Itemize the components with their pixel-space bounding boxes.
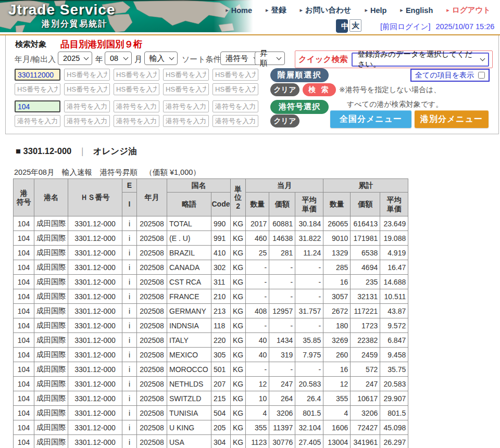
table-cell: 3301.12-000 [68, 216, 122, 231]
table-cell: - [269, 289, 295, 304]
quick-search-box: クイック検索 登録済みのデータを選択してください。 [295, 50, 493, 68]
year-select[interactable]: 2025 [58, 52, 92, 65]
table-cell: i [122, 406, 137, 420]
table-cell: TOTAL [167, 216, 211, 231]
table-row: 104成田国際3301.12-000i202508TOTAL990KG20176… [14, 216, 408, 231]
hs-input-6[interactable] [15, 83, 60, 95]
table-row: 104成田国際3301.12-000i202508(E . U)991KG460… [14, 231, 408, 246]
table-cell: (E . U) [167, 231, 211, 246]
hs-input-3[interactable] [114, 69, 159, 81]
hs-input-9[interactable] [163, 83, 209, 95]
port-input-6[interactable] [15, 115, 60, 127]
table-cell: 311 [211, 275, 231, 289]
nav-home[interactable]: ▸Home [226, 5, 252, 15]
show-all-items-toggle[interactable]: 全ての項目を表示 [410, 69, 490, 82]
hs-input-7[interactable] [64, 83, 110, 95]
sort-order-select[interactable]: 昇順 [255, 52, 285, 65]
port-input-8[interactable] [114, 115, 159, 127]
hs-input-2[interactable] [64, 69, 110, 81]
nav-help[interactable]: ▸Help [365, 5, 386, 15]
table-cell: 27.405 [295, 435, 323, 448]
table-cell: 成田国際 [34, 391, 68, 406]
nav-english[interactable]: ▸English [400, 5, 433, 15]
port-input-3[interactable] [114, 100, 159, 112]
font-size-switch: 小 中 大 [336, 19, 361, 32]
port-code-select-button[interactable]: 港符号選択 [270, 100, 329, 114]
table-cell: 4.919 [380, 246, 408, 260]
table-cell: 4 [246, 406, 269, 420]
table-cell: 11.24 [295, 246, 323, 260]
table-cell: 3206 [269, 406, 295, 420]
show-all-items-checkbox[interactable] [478, 72, 485, 79]
quick-search-label: クイック検索 [298, 54, 347, 65]
table-row: 104成田国際3301.12-000i202508FRANCE210KG---3… [14, 289, 408, 304]
table-cell: 215 [211, 391, 231, 406]
table-cell: 260 [323, 348, 351, 362]
col-header-country: 国名 [167, 179, 231, 193]
table-cell: 成田国際 [34, 275, 68, 289]
table-cell: i [122, 304, 137, 318]
quick-search-select[interactable]: 登録済みのデータを選択してください。 [352, 53, 489, 67]
port-input-4[interactable] [163, 100, 209, 112]
table-row: 104成田国際3301.12-000i202508TUNISIA504KG432… [14, 406, 408, 420]
port-input-9[interactable] [163, 115, 209, 127]
font-size-medium-button[interactable]: 中 [336, 19, 348, 33]
port-input-5[interactable] [213, 100, 258, 112]
table-row: 104成田国際3301.12-000i202508CST RCA311KG---… [14, 275, 408, 289]
port-clear-button[interactable]: クリア [270, 114, 299, 127]
table-cell: - [246, 362, 269, 377]
hs-input-5[interactable] [213, 69, 258, 81]
table-cell: TUNISIA [167, 406, 211, 420]
table-cell: 171981 [351, 231, 380, 246]
table-cell: i [122, 246, 137, 260]
nav-contact[interactable]: ▸お問い合わせ [300, 5, 352, 15]
nav-register[interactable]: ▸登録 [266, 5, 286, 15]
table-row: 104成田国際3301.12-000i202508GERMANY213KG408… [14, 304, 408, 318]
table-cell: - [295, 275, 323, 289]
table-cell: CST RCA [167, 275, 211, 289]
hierarchy-select-button[interactable]: 階層順選択 [270, 68, 329, 82]
direction-select[interactable]: 輸入 [144, 52, 178, 65]
hs-input-4[interactable] [163, 69, 209, 81]
hs-input-10[interactable] [213, 83, 258, 95]
table-cell: 285 [323, 260, 351, 275]
col-header-value-month: 価額 [269, 193, 295, 216]
table-cell: - [295, 260, 323, 275]
port-menu-button[interactable]: 港別分メニュー [415, 110, 489, 128]
national-menu-button[interactable]: 全国分メニュー [330, 110, 411, 128]
col-header-qty-month: 数量 [246, 193, 269, 216]
table-row: 104成田国際3301.12-000i202508NETHLDS207KG122… [14, 377, 408, 391]
table-cell: ITALY [167, 333, 211, 348]
search-target-value: 品目別港別国別９桁 [60, 38, 143, 50]
table-cell: 32131 [351, 289, 380, 304]
month-select[interactable]: 08 [105, 52, 132, 65]
table-cell: 104 [14, 318, 34, 333]
table-cell: 220 [211, 333, 231, 348]
table-cell: - [295, 289, 323, 304]
table-cell: 302 [211, 260, 231, 275]
last-login-label: [前回ログイン] [380, 22, 430, 31]
table-cell: 1329 [323, 246, 351, 260]
port-input-7[interactable] [64, 115, 110, 127]
table-cell: 16 [323, 362, 351, 377]
hs-clear-button[interactable]: クリア [270, 83, 299, 96]
top-header: Jtrade Service 港別分貿易統計 ▸Home ▸登録 ▸お問い合わせ… [0, 0, 500, 32]
hs-input-1[interactable] [15, 69, 60, 81]
port-input-2[interactable] [64, 100, 110, 112]
table-row: 104成田国際3301.12-000i202508U KING205KG3551… [14, 420, 408, 435]
port-input-1[interactable] [15, 100, 60, 112]
nav-logout[interactable]: ▸ログアウト [446, 5, 491, 15]
nav-arrow-icon: ▸ [300, 7, 303, 14]
table-cell: 210 [211, 289, 231, 304]
table-cell: 9.572 [380, 318, 408, 333]
search-button[interactable]: 検 索 [303, 83, 336, 96]
table-cell: 3301.12-000 [68, 348, 122, 362]
table-cell: 1723 [351, 318, 380, 333]
table-cell: 202508 [137, 362, 167, 377]
hs-input-8[interactable] [114, 83, 159, 95]
table-cell: CANADA [167, 260, 211, 275]
table-cell: 202508 [137, 304, 167, 318]
table-cell: KG [231, 420, 246, 435]
table-cell: 6.847 [380, 333, 408, 348]
port-input-10[interactable] [213, 115, 258, 127]
